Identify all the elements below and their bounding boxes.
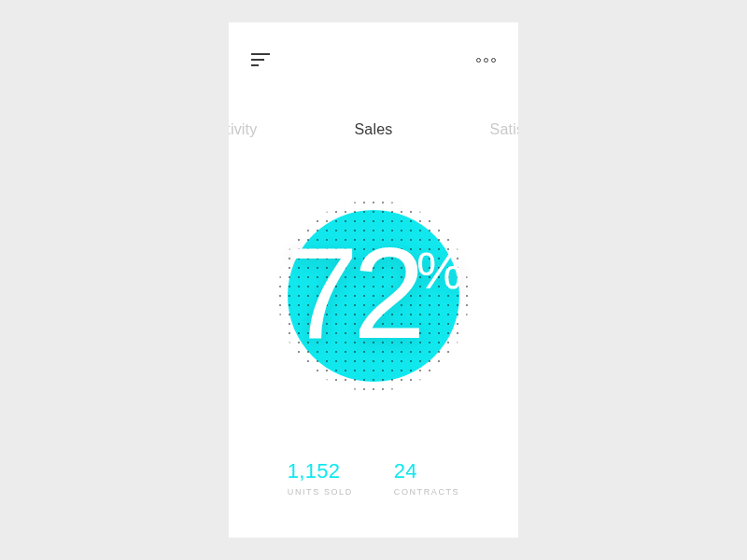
header [229,49,518,71]
contracts-value: 24 [394,459,459,483]
phone-frame: Productivity Sales Satisfaction 72% 1,15… [229,22,518,538]
tabs: Productivity Sales Satisfaction [229,121,518,138]
menu-icon[interactable] [251,53,270,66]
metric-value: 72% [286,228,461,358]
sales-gauge: 72% [229,161,518,431]
stats-row: 1,152 UNITS SOLD 24 CONTRACTS [229,459,518,497]
contracts-label: CONTRACTS [394,487,459,497]
stat-units-sold: 1,152 UNITS SOLD [288,459,353,497]
stat-contracts: 24 CONTRACTS [394,459,459,497]
more-icon[interactable] [476,58,496,63]
tab-productivity[interactable]: Productivity [229,121,257,138]
units-sold-label: UNITS SOLD [288,487,353,497]
tab-satisfaction[interactable]: Satisfaction [490,121,518,138]
units-sold-value: 1,152 [288,459,353,483]
tab-sales[interactable]: Sales [354,121,392,138]
